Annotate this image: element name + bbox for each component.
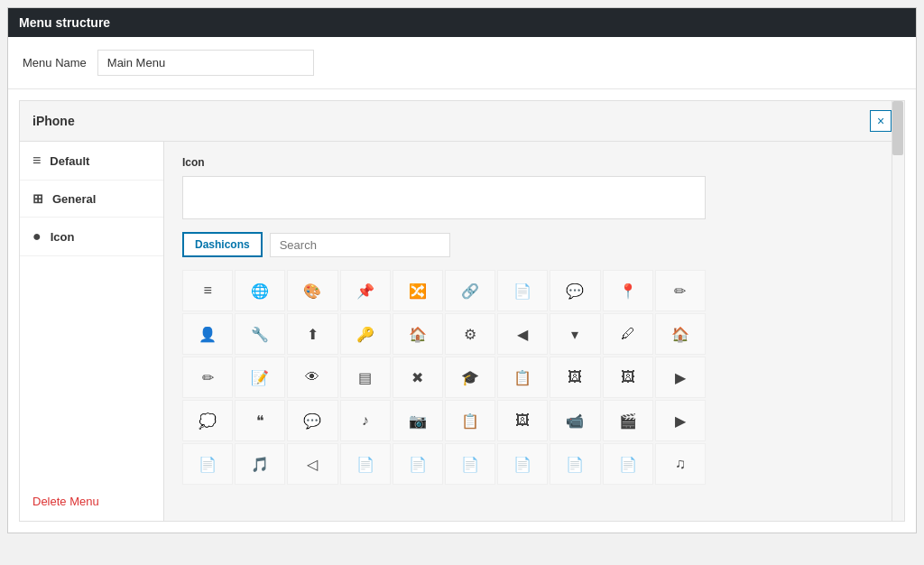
dashicons-button[interactable]: Dashicons xyxy=(182,232,263,257)
icon-cell[interactable]: ▤ xyxy=(340,357,391,398)
icon-cell[interactable]: ▶ xyxy=(655,400,706,441)
icon-cell[interactable]: 📄 xyxy=(445,443,495,485)
icon-cell[interactable]: 🖼 xyxy=(603,357,653,398)
sidebar: ≡ Default ⊞ General ● Icon Delete Menu xyxy=(20,142,164,521)
page-wrapper: Menu structure Menu Name iPhone × ≡ Defa… xyxy=(7,7,917,533)
sidebar-item-icon-label: Icon xyxy=(51,230,75,244)
icon-cell[interactable]: 🎬 xyxy=(603,400,653,441)
iphone-body: ≡ Default ⊞ General ● Icon Delete Menu I… xyxy=(20,142,904,521)
icon-grid: ≡🌐🎨📌🔀🔗📄💬📍✏👤🔧⬆🔑🏠⚙◀▾🖊🏠✏📝👁▤✖🎓📋🖼🖼▶💭❝💬♪📷📋🖼📹🎬▶… xyxy=(182,270,706,485)
search-input[interactable] xyxy=(270,233,450,257)
icon-cell[interactable]: 🎓 xyxy=(445,357,495,398)
iphone-title: iPhone xyxy=(32,114,75,128)
icon-cell[interactable]: ◁ xyxy=(287,443,337,485)
icon-cell[interactable]: ⬆ xyxy=(287,313,337,355)
icon-section-label: Icon xyxy=(182,156,886,169)
icon-cell[interactable]: 💬 xyxy=(550,270,600,311)
icon-cell[interactable]: ✖ xyxy=(393,357,443,398)
icon-cell[interactable]: 🎨 xyxy=(287,270,337,311)
icon-cell[interactable]: 📋 xyxy=(497,357,548,398)
icon-cell[interactable]: ✏ xyxy=(182,357,233,398)
icon-cell[interactable]: 🖊 xyxy=(603,313,653,355)
icon-cell[interactable]: 👁 xyxy=(287,357,337,398)
icon-cell[interactable]: 💬 xyxy=(287,400,337,441)
icon-cell[interactable]: 📹 xyxy=(550,400,600,441)
icon-cell[interactable]: 🌐 xyxy=(235,270,285,311)
icon-cell[interactable]: 📄 xyxy=(497,443,548,485)
icon-cell[interactable]: 📍 xyxy=(603,270,653,311)
icon-cell[interactable]: 📌 xyxy=(340,270,391,311)
icon-cell[interactable]: ≡ xyxy=(182,270,233,311)
sidebar-footer: Delete Menu xyxy=(20,482,163,521)
icon-cell[interactable]: 🏠 xyxy=(655,313,706,355)
sidebar-item-general[interactable]: ⊞ General xyxy=(20,181,163,218)
icon-cell[interactable]: 🏠 xyxy=(393,313,443,355)
icon-cell[interactable]: ❝ xyxy=(235,400,285,441)
icon-cell[interactable]: 🔀 xyxy=(393,270,443,311)
icon-cell[interactable]: 📄 xyxy=(340,443,391,485)
scrollbar-thumb[interactable] xyxy=(892,142,903,155)
page-title-bar: Menu structure xyxy=(8,8,916,37)
icon-cell[interactable]: 📄 xyxy=(603,443,653,485)
icon-cell[interactable]: ✏ xyxy=(655,270,706,311)
sidebar-item-default[interactable]: ≡ Default xyxy=(20,142,163,181)
icon-icon: ● xyxy=(32,228,42,245)
menu-name-input[interactable] xyxy=(97,50,314,76)
icon-cell[interactable]: 🔧 xyxy=(235,313,285,355)
menu-name-label: Menu Name xyxy=(23,56,87,69)
icon-cell[interactable]: 🔗 xyxy=(445,270,495,311)
default-icon: ≡ xyxy=(32,153,41,169)
icon-cell[interactable]: 👤 xyxy=(182,313,233,355)
general-icon: ⊞ xyxy=(32,191,43,206)
icon-cell[interactable]: 🎵 xyxy=(235,443,285,485)
iphone-panel: iPhone × ≡ Default ⊞ General ● Icon xyxy=(19,100,905,522)
icon-search-row: Dashicons xyxy=(182,232,886,257)
icon-preview-box xyxy=(182,176,706,219)
icon-cell[interactable]: 📄 xyxy=(182,443,233,485)
sidebar-item-general-label: General xyxy=(52,192,96,206)
icon-cell[interactable]: ♪ xyxy=(340,400,391,441)
icon-cell[interactable]: ◀ xyxy=(497,313,548,355)
sidebar-item-icon[interactable]: ● Icon xyxy=(20,218,163,256)
icon-cell[interactable]: 📝 xyxy=(235,357,285,398)
iphone-header: iPhone × xyxy=(20,101,904,142)
icon-cell[interactable]: 📋 xyxy=(445,400,495,441)
icon-cell[interactable]: 📄 xyxy=(550,443,600,485)
icon-cell[interactable]: 🖼 xyxy=(550,357,600,398)
sidebar-item-default-label: Default xyxy=(50,154,89,168)
main-content: Icon Dashicons ≡🌐🎨📌🔀🔗📄💬📍✏👤🔧⬆🔑🏠⚙◀▾🖊🏠✏📝👁▤✖… xyxy=(164,142,904,521)
icon-cell[interactable]: ▾ xyxy=(550,313,600,355)
icon-cell[interactable]: 🖼 xyxy=(497,400,548,441)
close-button[interactable]: × xyxy=(870,110,892,132)
icon-cell[interactable]: ▶ xyxy=(655,357,706,398)
icon-cell[interactable]: ⚙ xyxy=(445,313,495,355)
icon-cell[interactable]: 📄 xyxy=(497,270,548,311)
menu-name-row: Menu Name xyxy=(8,37,916,89)
icon-cell[interactable]: 💭 xyxy=(182,400,233,441)
scrollbar-track[interactable] xyxy=(892,142,904,521)
icon-cell[interactable]: ♫ xyxy=(655,443,706,485)
page-title: Menu structure xyxy=(19,15,110,30)
delete-menu-link[interactable]: Delete Menu xyxy=(32,495,99,508)
icon-cell[interactable]: 📄 xyxy=(393,443,443,485)
icon-cell[interactable]: 🔑 xyxy=(340,313,391,355)
icon-cell[interactable]: 📷 xyxy=(393,400,443,441)
